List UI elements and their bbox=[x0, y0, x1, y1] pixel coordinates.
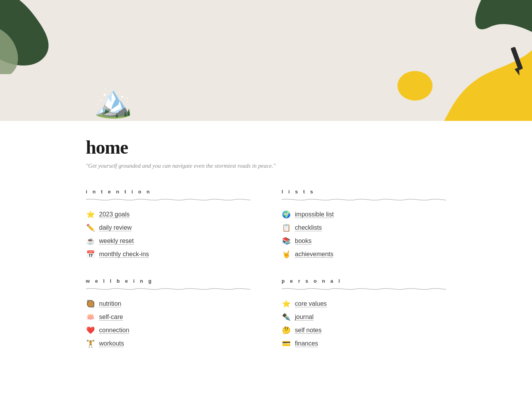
list-item: 🥘nutrition bbox=[86, 299, 250, 308]
list-item: 📅monthly check-ins bbox=[86, 250, 250, 259]
section-items-wellbeing: 🥘nutrition🪷self-care❤️connection🏋️workou… bbox=[86, 299, 250, 348]
item-emoji-personal-2: 🤔 bbox=[282, 326, 291, 335]
item-emoji-wellbeing-2: ❤️ bbox=[86, 326, 95, 335]
page-title: home bbox=[86, 136, 446, 158]
item-emoji-personal-1: ✒️ bbox=[282, 313, 291, 321]
item-emoji-intention-1: ✏️ bbox=[86, 223, 95, 232]
list-item: ⭐core values bbox=[282, 299, 446, 308]
item-emoji-personal-0: ⭐ bbox=[282, 299, 291, 308]
section-title-intention: i n t e n t i o n bbox=[86, 189, 250, 195]
blob-top-left bbox=[0, 0, 86, 74]
item-emoji-wellbeing-3: 🏋️ bbox=[86, 339, 95, 348]
list-item: 🏋️workouts bbox=[86, 339, 250, 348]
item-emoji-intention-0: ⭐ bbox=[86, 210, 95, 219]
section-items-intention: ⭐2023 goals✏️daily review☕weekly reset📅m… bbox=[86, 210, 250, 259]
list-item: ⭐2023 goals bbox=[86, 210, 250, 219]
list-item: ❤️connection bbox=[86, 326, 250, 335]
item-link-wellbeing-2[interactable]: connection bbox=[99, 327, 129, 334]
item-link-personal-1[interactable]: journal bbox=[295, 314, 314, 321]
list-item: 🌍impossible list bbox=[282, 210, 446, 219]
sections-grid: i n t e n t i o n⭐2023 goals✏️daily revi… bbox=[86, 189, 446, 348]
header-banner: 🏔️ bbox=[0, 0, 532, 121]
mountain-icon: 🏔️ bbox=[94, 86, 133, 117]
list-item: 📋checklists bbox=[282, 223, 446, 232]
wavy-divider-wellbeing bbox=[86, 287, 250, 291]
section-wellbeing: w e l l b e i n g🥘nutrition🪷self-care❤️c… bbox=[86, 278, 250, 348]
list-item: 💳finances bbox=[282, 339, 446, 348]
blob-bottom-right bbox=[395, 39, 532, 121]
section-lists: l i s t s🌍impossible list📋checklists📚boo… bbox=[282, 189, 446, 259]
item-emoji-lists-0: 🌍 bbox=[282, 210, 291, 219]
item-link-personal-0[interactable]: core values bbox=[295, 300, 327, 307]
item-link-lists-0[interactable]: impossible list bbox=[295, 211, 334, 218]
item-link-lists-3[interactable]: achievements bbox=[295, 251, 333, 258]
section-items-lists: 🌍impossible list📋checklists📚books🤘achiev… bbox=[282, 210, 446, 259]
list-item: 🤘achievements bbox=[282, 250, 446, 259]
item-link-personal-2[interactable]: self notes bbox=[295, 327, 321, 334]
section-items-personal: ⭐core values✒️journal🤔self notes💳finance… bbox=[282, 299, 446, 348]
list-item: ✒️journal bbox=[282, 313, 446, 321]
list-item: ✏️daily review bbox=[86, 223, 250, 232]
wavy-divider-lists bbox=[282, 198, 446, 202]
section-intention: i n t e n t i o n⭐2023 goals✏️daily revi… bbox=[86, 189, 250, 259]
section-title-personal: p e r s o n a l bbox=[282, 278, 446, 284]
item-emoji-lists-3: 🤘 bbox=[282, 250, 291, 259]
page-quote: "Get yourself grounded and you can navig… bbox=[86, 163, 446, 169]
section-personal: p e r s o n a l⭐core values✒️journal🤔sel… bbox=[282, 278, 446, 348]
item-emoji-wellbeing-1: 🪷 bbox=[86, 313, 95, 321]
item-link-wellbeing-1[interactable]: self-care bbox=[99, 314, 123, 321]
list-item: ☕weekly reset bbox=[86, 237, 250, 245]
item-link-wellbeing-3[interactable]: workouts bbox=[99, 340, 124, 347]
item-link-personal-3[interactable]: finances bbox=[295, 340, 318, 347]
svg-point-0 bbox=[397, 71, 433, 101]
list-item: 📚books bbox=[282, 237, 446, 245]
main-content: home "Get yourself grounded and you can … bbox=[0, 121, 532, 371]
wavy-divider-intention bbox=[86, 198, 250, 202]
item-link-wellbeing-0[interactable]: nutrition bbox=[99, 300, 121, 307]
item-emoji-personal-3: 💳 bbox=[282, 339, 291, 348]
item-emoji-lists-2: 📚 bbox=[282, 237, 291, 245]
section-title-lists: l i s t s bbox=[282, 189, 446, 195]
wavy-divider-personal bbox=[282, 287, 446, 291]
list-item: 🤔self notes bbox=[282, 326, 446, 335]
item-link-intention-1[interactable]: daily review bbox=[99, 224, 132, 231]
page-wrapper: 🏔️ home "Get yourself grounded and you c… bbox=[0, 0, 532, 420]
section-title-wellbeing: w e l l b e i n g bbox=[86, 278, 250, 284]
item-link-intention-2[interactable]: weekly reset bbox=[99, 237, 134, 245]
item-link-lists-2[interactable]: books bbox=[295, 237, 312, 245]
item-link-intention-0[interactable]: 2023 goals bbox=[99, 211, 129, 218]
item-emoji-wellbeing-0: 🥘 bbox=[86, 299, 95, 308]
item-emoji-intention-2: ☕ bbox=[86, 237, 95, 245]
item-emoji-lists-1: 📋 bbox=[282, 223, 291, 232]
item-link-intention-3[interactable]: monthly check-ins bbox=[99, 251, 149, 258]
list-item: 🪷self-care bbox=[86, 313, 250, 321]
item-emoji-intention-3: 📅 bbox=[86, 250, 95, 259]
item-link-lists-1[interactable]: checklists bbox=[295, 224, 322, 231]
